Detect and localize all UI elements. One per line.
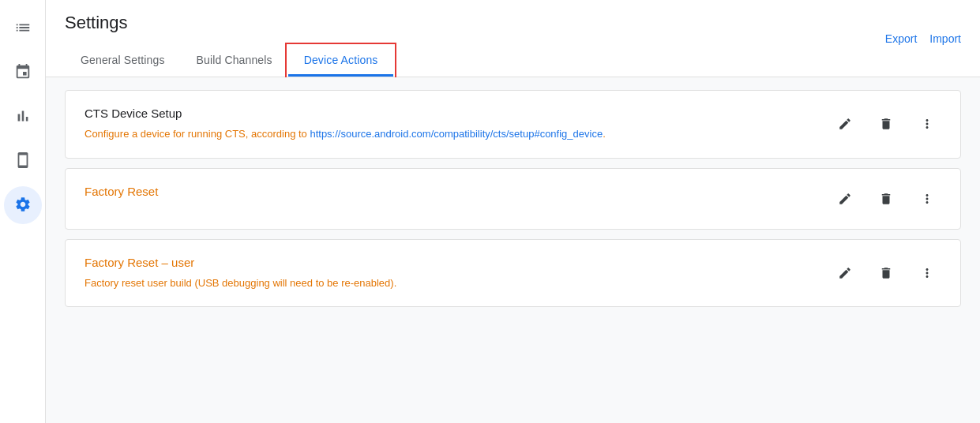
action-card-body: Factory Reset – user Factory reset user … (84, 256, 812, 291)
device-icon (14, 152, 32, 171)
import-button[interactable]: Import (929, 32, 961, 45)
tasks-icon (14, 19, 32, 39)
edit-button[interactable] (831, 259, 859, 287)
action-desc: Factory reset user build (USB debugging … (84, 275, 812, 291)
more-options-button[interactable] (913, 259, 941, 287)
tab-build-channels[interactable]: Build Channels (181, 46, 288, 77)
tabs: General Settings Build Channels Device A… (65, 46, 393, 77)
cts-link[interactable]: https://source.android.com/compatibility… (310, 128, 603, 140)
action-card-cts-device-setup: CTS Device Setup Configure a device for … (65, 90, 961, 159)
export-button[interactable]: Export (885, 32, 917, 45)
content-area: CTS Device Setup Configure a device for … (46, 77, 980, 423)
edit-button[interactable] (831, 185, 859, 213)
edit-button[interactable] (831, 110, 859, 138)
action-controls (831, 259, 941, 287)
action-card-body: CTS Device Setup Configure a device for … (84, 107, 812, 142)
action-controls (831, 185, 941, 213)
sidebar (0, 0, 46, 423)
analytics-icon (14, 107, 32, 127)
action-title: CTS Device Setup (84, 107, 812, 120)
sidebar-item-analytics[interactable] (4, 98, 42, 136)
page-title: Settings (65, 13, 393, 33)
header: Settings General Settings Build Channels… (46, 0, 980, 77)
header-right: Export Import (885, 32, 961, 45)
sidebar-item-settings[interactable] (4, 186, 42, 224)
more-options-button[interactable] (913, 185, 941, 213)
settings-icon (14, 196, 32, 215)
sidebar-item-calendar[interactable] (4, 54, 42, 92)
action-card-factory-reset: Factory Reset (65, 168, 961, 230)
main-content: Settings General Settings Build Channels… (46, 0, 980, 423)
more-options-button[interactable] (913, 110, 941, 138)
calendar-icon (14, 63, 32, 83)
sidebar-item-device[interactable] (4, 142, 42, 180)
action-title: Factory Reset – user (84, 256, 812, 269)
delete-button[interactable] (872, 259, 900, 287)
action-desc: Configure a device for running CTS, acco… (84, 126, 812, 142)
sidebar-item-tasks[interactable] (4, 9, 42, 47)
action-controls (831, 110, 941, 138)
tab-device-actions[interactable]: Device Actions (288, 46, 394, 77)
action-card-factory-reset-user: Factory Reset – user Factory reset user … (65, 239, 961, 308)
delete-button[interactable] (872, 185, 900, 213)
action-card-body: Factory Reset (84, 185, 812, 204)
tab-general-settings[interactable]: General Settings (65, 46, 181, 77)
delete-button[interactable] (872, 110, 900, 138)
header-left: Settings General Settings Build Channels… (65, 13, 393, 77)
action-title: Factory Reset (84, 185, 812, 198)
